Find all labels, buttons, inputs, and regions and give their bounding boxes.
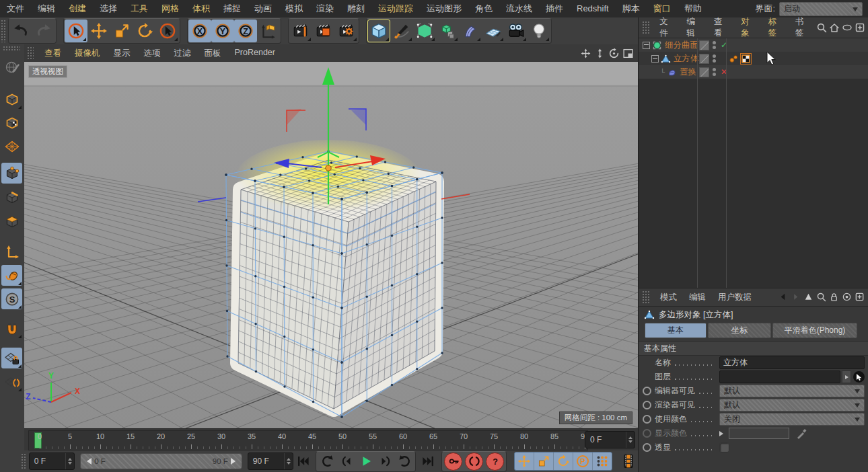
- light-button[interactable]: [528, 19, 550, 42]
- rotate-button[interactable]: [133, 19, 156, 42]
- keyframe-radio[interactable]: [643, 429, 651, 438]
- am-fwd-button[interactable]: [791, 292, 801, 303]
- frame-range-slider[interactable]: 0 F 90 F: [80, 453, 242, 469]
- object-row-置换[interactable]: └置换✕: [639, 65, 868, 79]
- object-row-细分曲面[interactable]: 细分曲面✓: [639, 38, 868, 52]
- display-color-swatch[interactable]: [729, 428, 789, 439]
- viewport-solo-button[interactable]: [1, 265, 22, 286]
- current-frame-field[interactable]: 0 F: [585, 431, 635, 448]
- prev-key-button[interactable]: [317, 453, 336, 471]
- am-menu-模式[interactable]: 模式: [654, 292, 683, 303]
- redo-button[interactable]: [32, 19, 55, 42]
- render-view-button[interactable]: [289, 19, 312, 42]
- menu-窗口[interactable]: 窗口: [647, 0, 678, 17]
- spinner-arrows[interactable]: [65, 453, 74, 469]
- menu-体积[interactable]: 体积: [186, 0, 217, 17]
- workplane-lock-button[interactable]: [1, 348, 22, 368]
- menu-帮助[interactable]: 帮助: [678, 0, 709, 17]
- k-dots-button[interactable]: [593, 453, 612, 470]
- visibility-dots[interactable]: [713, 54, 716, 63]
- goto-end-button[interactable]: [419, 453, 438, 471]
- am-addbox-button[interactable]: [855, 292, 865, 303]
- viewport-menu-显示[interactable]: 显示: [107, 48, 137, 59]
- viewport-menu-查看[interactable]: 查看: [38, 48, 68, 59]
- live-selection-button[interactable]: [65, 19, 87, 42]
- play-button[interactable]: [356, 453, 375, 471]
- mode-toolbar-grip[interactable]: [3, 46, 20, 51]
- transport-grip[interactable]: [21, 453, 27, 469]
- points-mode-button[interactable]: [1, 163, 22, 184]
- menu-动画[interactable]: 动画: [248, 0, 279, 17]
- expand-triangle-icon[interactable]: [719, 431, 726, 436]
- render-region-button[interactable]: [312, 19, 335, 42]
- workplane-orient-button[interactable]: [1, 371, 22, 392]
- spinner-arrows[interactable]: [626, 432, 635, 448]
- visibility-dots[interactable]: [713, 41, 716, 49]
- viewport-layout-button[interactable]: [622, 48, 634, 59]
- name-input[interactable]: 立方体: [719, 356, 865, 369]
- layer-menu-button[interactable]: [842, 370, 851, 383]
- viewport-menu-摄像机[interactable]: 摄像机: [68, 48, 107, 59]
- range-left-arrow-icon[interactable]: [83, 458, 92, 465]
- subdivided-cube[interactable]: [236, 140, 436, 409]
- undo-button[interactable]: [9, 19, 32, 42]
- keyframe-radio[interactable]: [643, 387, 651, 395]
- expand-toggle[interactable]: [643, 42, 650, 49]
- menu-创建[interactable]: 创建: [62, 0, 93, 17]
- menu-流水线[interactable]: 流水线: [499, 0, 539, 17]
- viewport-menu-过滤[interactable]: 过滤: [168, 48, 198, 59]
- texture-mode-button[interactable]: [1, 112, 22, 133]
- record-key-button[interactable]: [444, 453, 462, 471]
- om-search-button[interactable]: [816, 22, 827, 33]
- frame-ruler[interactable]: 051015202530354045505560657075808590: [28, 430, 588, 450]
- axis-x-button[interactable]: X: [188, 19, 211, 42]
- primitive-cube-button[interactable]: [367, 19, 390, 42]
- next-frame-button[interactable]: [375, 453, 395, 471]
- 编辑器可见-select[interactable]: 默认: [719, 385, 865, 397]
- attribute-manager-grip[interactable]: [642, 290, 650, 304]
- keyframe-radio[interactable]: [643, 401, 651, 409]
- viewport-orbit-button[interactable]: [608, 48, 620, 59]
- soft-selection-button[interactable]: S: [1, 288, 22, 309]
- spinner-arrows[interactable]: [284, 453, 293, 469]
- object-name[interactable]: 立方体: [674, 53, 699, 65]
- viewport-3d-scene[interactable]: YXZ: [24, 62, 638, 428]
- viewport-menu-面板[interactable]: 面板: [198, 48, 228, 59]
- layer-swatch[interactable]: [699, 54, 709, 64]
- object-tree[interactable]: 细分曲面✓立方体└置换✕: [639, 38, 868, 288]
- viewport-menu-选项[interactable]: 选项: [137, 48, 168, 59]
- am-menu-用户数据[interactable]: 用户数据: [712, 292, 758, 303]
- am-uparrow-button[interactable]: [803, 292, 814, 303]
- polygons-mode-button[interactable]: [1, 211, 22, 232]
- autokey-button[interactable]: [465, 453, 483, 471]
- menu-运动跟踪[interactable]: 运动跟踪: [371, 0, 420, 17]
- k-rotate-button[interactable]: [554, 453, 573, 470]
- layer-input[interactable]: [719, 370, 840, 383]
- phong-tag[interactable]: [729, 54, 739, 64]
- 渲染器可见-select[interactable]: 默认: [719, 399, 865, 411]
- om-menu-编辑[interactable]: 编辑: [681, 16, 708, 39]
- viewport-menu-ProRender[interactable]: ProRender: [228, 48, 282, 59]
- tab-平滑着色(Phong)[interactable]: 平滑着色(Phong): [772, 323, 857, 338]
- goto-start-button[interactable]: [293, 453, 312, 471]
- expand-toggle[interactable]: [651, 55, 659, 63]
- prev-frame-button[interactable]: [336, 453, 356, 471]
- attribute-section-header[interactable]: 基本属性: [639, 341, 868, 356]
- viewport[interactable]: 查看摄像机显示选项过滤面板ProRender YXZ 透视视图 网格间距 : 1…: [24, 44, 638, 428]
- subdivision-surface-button[interactable]: [413, 19, 436, 42]
- viewport-canvas[interactable]: YXZ 透视视图 网格间距 : 100 cm: [24, 62, 638, 428]
- layer-swatch[interactable]: [699, 40, 709, 50]
- om-addbox-button[interactable]: [855, 22, 865, 33]
- keyframe-radio[interactable]: [643, 415, 651, 424]
- start-frame-field[interactable]: 0 F: [29, 453, 75, 470]
- model-mode-button[interactable]: [1, 89, 22, 110]
- scale-button[interactable]: [110, 19, 133, 42]
- texture-tag[interactable]: [741, 54, 751, 64]
- workplane-mode-button[interactable]: [1, 136, 22, 157]
- tab-基本[interactable]: 基本: [645, 323, 707, 338]
- next-key-button[interactable]: [395, 453, 414, 471]
- om-menu-标签[interactable]: 标签: [762, 16, 789, 39]
- menu-模拟[interactable]: 模拟: [279, 0, 310, 17]
- menu-角色[interactable]: 角色: [468, 0, 499, 17]
- am-lock-button[interactable]: [829, 292, 840, 303]
